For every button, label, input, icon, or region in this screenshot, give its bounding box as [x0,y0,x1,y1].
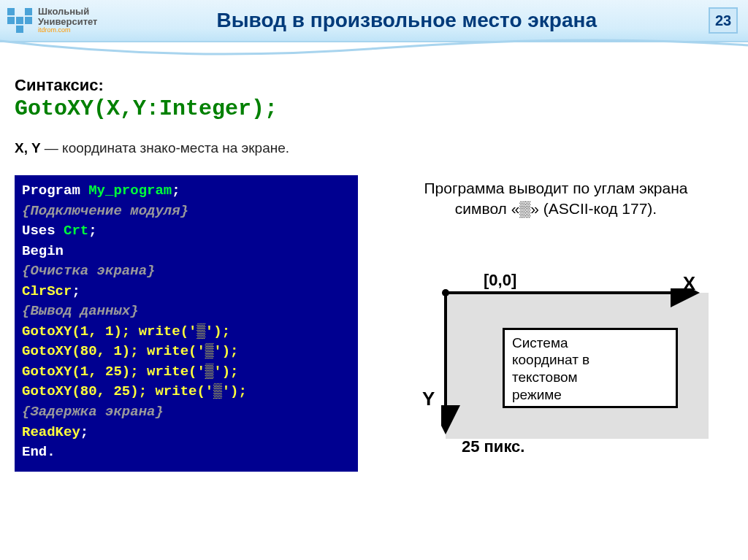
desc-text: — координата знако-места на экране. [41,140,290,156]
slide-number: 23 [709,7,738,34]
slide-header: Школьный Университет itdrom.com Вывод в … [0,0,748,42]
logo-line2: Университет [38,17,97,27]
coordinate-diagram: [0,0] X Y 80 пикс. 25 пикс. [374,271,725,461]
slide-title: Вывод в произвольное место экрана [104,9,709,32]
logo-sub: itdrom.com [38,27,97,34]
slide-content: Синтаксис: GotoXY(X,Y:Integer); X, Y — к… [0,42,748,472]
syntax-code: GotoXY(X,Y:Integer); [15,96,738,121]
code-block: Program My_program; {Подключение модуля}… [15,175,358,472]
coord-system-box: Система координат в текстовом режиме [503,328,678,408]
logo: Школьный Университет itdrom.com [0,4,104,37]
program-description: Программа выводит по углам экрана символ… [374,178,738,220]
origin-label: [0,0] [484,271,516,290]
description: X, Y — координата знако-места на экране. [15,140,738,156]
logo-icon [7,8,32,33]
logo-line1: Школьный [38,7,97,17]
syntax-label: Синтаксис: [15,76,738,95]
desc-vars: X, Y [15,140,41,156]
right-column: Программа выводит по углам экрана символ… [374,175,738,472]
svg-point-3 [442,289,449,296]
y-axis-label: Y [422,388,435,410]
